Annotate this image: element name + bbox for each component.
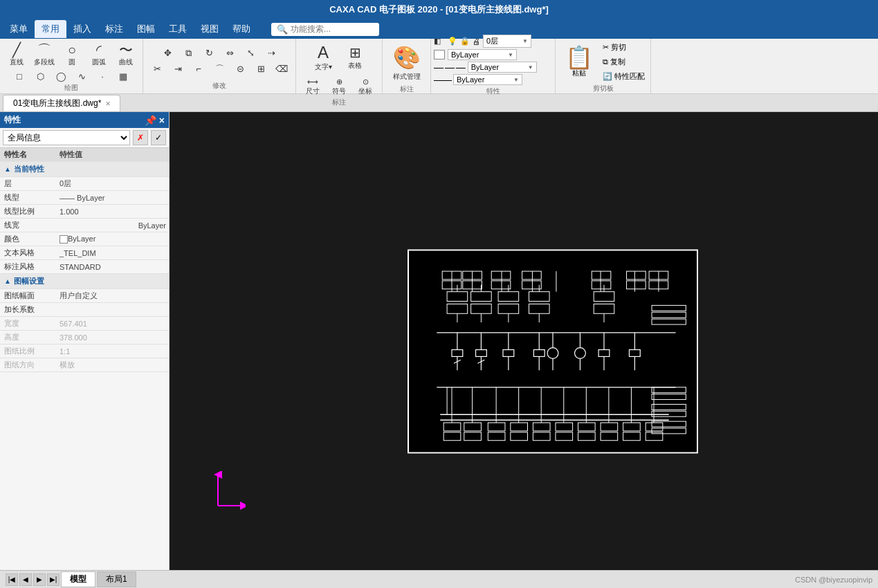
model-tab[interactable]: 模型 — [61, 571, 95, 587]
watermark-text: CSDN @biyezuopinvip — [795, 576, 872, 584]
rotate-btn[interactable]: ↻ — [199, 46, 219, 60]
nav-next-btn[interactable]: ▶ — [33, 573, 46, 586]
menu-item-layout[interactable]: 图幅 — [130, 20, 162, 38]
color-combo[interactable]: ByLayer ▼ — [448, 49, 517, 60]
line-btn[interactable]: ╱ 直线 — [4, 42, 29, 68]
props-pin-icon[interactable]: 📌 — [145, 115, 156, 126]
point-btn[interactable]: · — [93, 70, 112, 83]
draw-group: ╱ 直线 ⌒ 多段线 ○ 圆 ◜ 圆弧 — [0, 39, 143, 93]
prop-value-linetype[interactable]: —— ByLayer — [55, 191, 169, 205]
linewidth-combo[interactable]: ByLayer ▼ — [453, 74, 522, 85]
stretch-btn[interactable]: ⇢ — [262, 46, 281, 60]
prop-row-height: 高度 378.000 — [0, 331, 169, 344]
scale-btn[interactable]: ⤡ — [241, 46, 260, 60]
extend-btn[interactable]: ⇥ — [168, 62, 188, 77]
drawing-canvas[interactable] — [170, 133, 878, 570]
spline-btn[interactable]: ∿ — [72, 70, 91, 83]
svg-point-41 — [575, 348, 586, 359]
props-filter-btn1[interactable]: ✗ — [133, 130, 148, 145]
prop-value-dimstyle[interactable]: STANDARD — [55, 260, 169, 274]
prop-row-layer: 层 0层 — [0, 177, 169, 191]
menu-item-insert[interactable]: 插入 — [66, 20, 98, 38]
nav-prev-btn[interactable]: ◀ — [19, 573, 32, 586]
prop-row-linewidth: 线宽 ByLayer — [0, 219, 169, 232]
layer-combo-arrow: ▼ — [522, 38, 528, 44]
search-area[interactable]: 🔍 — [271, 23, 379, 36]
canvas-area[interactable] — [170, 112, 878, 570]
prop-value-color[interactable]: ByLayer — [55, 232, 169, 246]
prop-name-layer: 层 — [0, 177, 55, 191]
layer-icon: ◧ — [434, 37, 445, 46]
fillet-btn[interactable]: ⌐ — [189, 62, 208, 77]
curve-btn[interactable]: 〜 曲线 — [113, 42, 138, 68]
col-header-value: 特性值 — [55, 148, 169, 162]
paste-btn[interactable]: 📋 粘贴 — [560, 44, 598, 81]
text-btn[interactable]: A 文字▾ — [308, 42, 338, 75]
ribbon: ╱ 直线 ⌒ 多段线 ○ 圆 ◜ 圆弧 — [0, 39, 878, 94]
prop-row-orient: 图纸方向 横放 — [0, 358, 169, 372]
array-btn[interactable]: ⊞ — [251, 62, 271, 77]
offset-btn[interactable]: ⊝ — [230, 62, 250, 77]
linetype-combo[interactable]: ByLayer ▼ — [468, 62, 537, 73]
nav-last-btn[interactable]: ▶| — [47, 573, 60, 586]
menu-item-view[interactable]: 视图 — [194, 20, 226, 38]
circle-btn[interactable]: ○ 圆 — [60, 42, 84, 68]
cut-btn[interactable]: ✂ 剪切 — [601, 42, 646, 53]
menu-item-file[interactable]: 菜单 — [3, 20, 35, 38]
drawing-paper — [408, 250, 698, 454]
prop-row-scale: 图纸比例 1:1 — [0, 344, 169, 358]
nav-first-btn[interactable]: |◀ — [6, 573, 18, 586]
match-prop-btn[interactable]: 🔄 特性匹配 — [601, 71, 646, 82]
print-icon: 🖨 — [473, 37, 480, 46]
prop-name-dimstyle: 标注风格 — [0, 260, 55, 274]
polygon-btn[interactable]: ⬡ — [30, 70, 50, 83]
linetype-combo-arrow: ▼ — [528, 64, 533, 71]
linewidth-combo-arrow: ▼ — [513, 77, 519, 83]
search-input[interactable] — [291, 24, 374, 34]
hatch-btn[interactable]: ▦ — [113, 70, 133, 83]
prop-name-extension: 加长系数 — [0, 303, 55, 317]
prop-value-textstyle[interactable]: _TEL_DIM — [55, 246, 169, 260]
prop-name-height: 高度 — [0, 331, 55, 344]
prop-name-linetype: 线型 — [0, 191, 55, 205]
menu-item-home[interactable]: 常用 — [35, 20, 66, 38]
props-filter-btn2[interactable]: ✓ — [151, 130, 166, 145]
mirror-btn[interactable]: ⇔ — [220, 46, 239, 60]
copy2-btn[interactable]: ⧉ — [179, 46, 198, 60]
chamfer-btn[interactable]: ⌒ — [210, 62, 229, 77]
prop-value-linescale[interactable]: 1.000 — [55, 205, 169, 219]
axis-svg — [211, 471, 246, 513]
arc-btn[interactable]: ◜ 圆弧 — [86, 42, 111, 68]
prop-name-linescale: 线型比例 — [0, 205, 55, 219]
prop-value-linewidth[interactable]: ByLayer — [55, 219, 169, 232]
prop-value-papersize[interactable]: 用户自定义 — [55, 289, 169, 303]
prop-value-layer[interactable]: 0层 — [55, 177, 169, 191]
move-btn[interactable]: ✥ — [158, 46, 177, 60]
ellipse-btn[interactable]: ◯ — [51, 70, 71, 83]
trim-btn[interactable]: ✂ — [147, 62, 167, 77]
layer-combo[interactable]: 0层 ▼ — [483, 35, 531, 48]
props-close-icon[interactable]: × — [159, 115, 165, 126]
copy-btn[interactable]: ⧉ 复制 — [601, 56, 646, 68]
menu-item-tools[interactable]: 工具 — [162, 20, 194, 38]
polyline-btn[interactable]: ⌒ 多段线 — [31, 42, 57, 68]
prop-row-extension: 加长系数 — [0, 303, 169, 317]
menu-item-help[interactable]: 帮助 — [226, 20, 257, 38]
erase-btn[interactable]: ⌫ — [272, 62, 291, 77]
symbol-btn[interactable]: ⊕ 符号 — [327, 76, 351, 98]
coord-btn[interactable]: ⊙ 坐标 — [353, 76, 378, 98]
svg-rect-28 — [476, 350, 487, 357]
menu-item-annotate[interactable]: 标注 — [98, 20, 130, 38]
close-tab-icon[interactable]: × — [105, 99, 110, 109]
layout-tab[interactable]: 布局1 — [97, 571, 136, 587]
dim-scale-btn[interactable]: ⟷ 尺寸 — [300, 76, 325, 98]
rect-btn[interactable]: □ — [10, 70, 29, 83]
props-filter-select[interactable]: 全局信息 — [3, 130, 130, 145]
status-left: |◀ ◀ ▶ ▶| 模型 布局1 — [6, 571, 136, 587]
canvas-tab-active[interactable]: 01变电所主接线图.dwg* × — [3, 95, 120, 111]
props-table: 特性名 特性值 ▲当前特性 层 0层 线型 —— ByLayer — [0, 148, 169, 570]
prop-value-extension[interactable] — [55, 303, 169, 317]
style-manage-btn[interactable]: 🎨 样式管理 — [389, 42, 425, 84]
table-btn[interactable]: ⊞ 表格 — [340, 42, 370, 75]
prop-row-papersize: 图纸幅面 用户自定义 — [0, 289, 169, 303]
